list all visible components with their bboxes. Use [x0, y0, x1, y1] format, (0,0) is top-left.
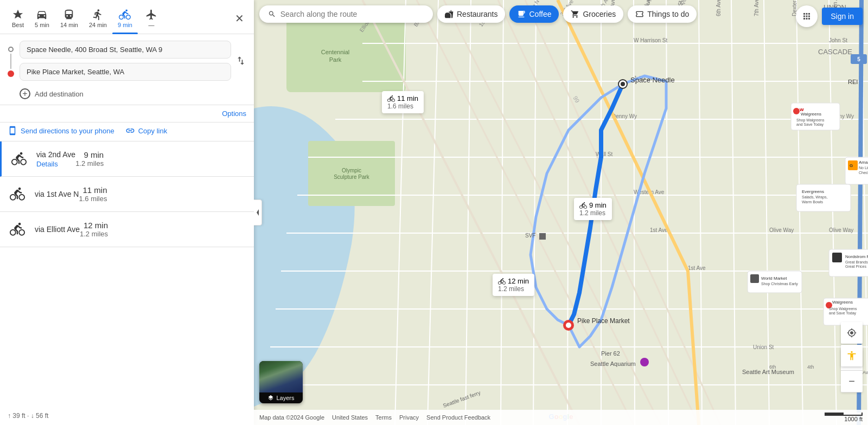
groceries-label: Groceries	[583, 10, 616, 18]
route-1-time: 9 min 1.2 miles	[75, 150, 104, 168]
svg-text:W Harrison St: W Harrison St	[634, 37, 667, 43]
scale-text: 1000 ft	[844, 416, 863, 422]
map-top-right-controls: Sign in	[796, 5, 863, 27]
map-terms-link[interactable]: Terms	[375, 414, 392, 421]
search-icon	[268, 10, 276, 18]
route-3-distance: 1.2 miles	[80, 230, 108, 238]
svg-text:Great Brands &: Great Brands &	[845, 260, 868, 264]
svg-text:Space Needle: Space Needle	[630, 76, 675, 84]
svg-text:Seattle Aquarium: Seattle Aquarium	[590, 360, 636, 367]
transport-mode-best-label: Best	[12, 22, 24, 28]
route-option-1[interactable]: via 2nd Ave Details 9 min 1.2 miles	[0, 141, 254, 177]
route-3-bike-icon	[8, 220, 27, 239]
svg-text:Evergreens: Evergreens	[802, 189, 824, 194]
layers-icon	[267, 395, 274, 401]
route-info-box-3[interactable]: 12 min 1.2 miles	[493, 274, 534, 296]
transport-mode-transit[interactable]: 14 min	[55, 5, 84, 31]
route-option-2[interactable]: via 1st Ave N 11 min 1.6 miles	[0, 177, 254, 212]
route-option-3[interactable]: via Elliott Ave 12 min 1.2 miles	[0, 212, 254, 247]
route-1-details-link[interactable]: Details	[36, 160, 75, 168]
sign-in-button[interactable]: Sign in	[822, 8, 863, 25]
collapse-panel-button[interactable]	[254, 199, 262, 226]
close-directions-button[interactable]: ✕	[232, 10, 247, 27]
my-location-button[interactable]	[841, 322, 863, 344]
svg-text:Pike Place Market: Pike Place Market	[577, 317, 630, 325]
layers-button[interactable]: Layers	[259, 361, 303, 403]
transport-mode-walk[interactable]: 24 min	[84, 5, 112, 31]
send-directions-button[interactable]: Send directions to your phone	[8, 126, 114, 136]
coffee-label: Coffee	[529, 10, 551, 18]
svg-point-67	[621, 82, 625, 86]
svg-text:Seattle Art Museum: Seattle Art Museum	[742, 369, 794, 375]
groceries-filter-button[interactable]: Groceries	[563, 5, 623, 23]
svg-text:Warm Bowls: Warm Bowls	[802, 200, 824, 204]
map-privacy-link[interactable]: Privacy	[399, 414, 419, 421]
add-destination-button[interactable]: + Add destination	[0, 85, 254, 105]
route-3-duration: 12 min	[80, 221, 108, 230]
svg-point-70	[566, 323, 571, 328]
route-1-name: via 2nd Ave	[36, 150, 75, 159]
zoom-out-button[interactable]: −	[841, 371, 863, 392]
route-search-input[interactable]	[280, 10, 424, 18]
svg-text:Walgreens: Walgreens	[832, 300, 853, 305]
transport-modes: Best 5 min 14 min 24 min 9 min — ✕	[0, 0, 254, 34]
svg-rect-4	[308, 141, 395, 206]
map-area[interactable]: Centennial Park Olympic Sculpture Park	[254, 0, 868, 425]
copy-link-button[interactable]: Copy link	[125, 126, 167, 136]
pegman-icon	[846, 350, 857, 361]
swap-directions-button[interactable]	[235, 55, 246, 66]
add-destination-icon: +	[20, 88, 30, 99]
route-3-info: via Elliott Ave	[35, 225, 80, 234]
transport-mode-best[interactable]: Best	[7, 5, 29, 31]
route-info-box-1-time: 9 min	[579, 201, 607, 209]
elevation-info: ↑ 39 ft · ↓ 56 ft	[8, 412, 48, 420]
restaurants-label: Restaurants	[457, 10, 497, 18]
transport-mode-bike[interactable]: 9 min	[112, 5, 138, 31]
map-footer: Map data ©2024 Google United States Term…	[254, 410, 868, 425]
svg-text:Union St: Union St	[753, 344, 774, 350]
coffee-filter-button[interactable]: Coffee	[509, 5, 559, 23]
svg-rect-93	[832, 253, 842, 262]
copy-link-label: Copy link	[138, 127, 167, 135]
map-feedback-link[interactable]: Send Product Feedback	[426, 414, 490, 421]
map-search-box[interactable]	[259, 5, 433, 23]
map-country-link[interactable]: United States	[332, 414, 368, 421]
left-panel: Best 5 min 14 min 24 min 9 min — ✕	[0, 0, 254, 425]
share-bar: Send directions to your phone Copy link	[0, 123, 254, 141]
route-info-box-2[interactable]: 11 min 1.6 miles	[382, 91, 424, 113]
bike-icon-small-3	[498, 278, 506, 285]
restaurants-filter-button[interactable]: Restaurants	[437, 5, 505, 23]
options-bar: Options	[0, 105, 254, 122]
layers-text: Layers	[276, 395, 294, 401]
panel-footer: ↑ 39 ft · ↓ 56 ft	[0, 407, 254, 425]
things-to-do-filter-button[interactable]: Things to do	[628, 5, 697, 23]
scale-bar-container: 1000 ft	[825, 413, 863, 422]
route-1-distance: 1.2 miles	[75, 159, 104, 168]
layers-label-bar: Layers	[259, 392, 303, 403]
svg-point-104	[640, 358, 649, 366]
transport-mode-car[interactable]: 5 min	[29, 5, 55, 31]
svg-text:SVF: SVF	[525, 233, 535, 239]
google-apps-button[interactable]	[796, 5, 818, 27]
transport-mode-car-label: 5 min	[35, 22, 49, 28]
svg-text:Salads, Wraps,: Salads, Wraps,	[802, 195, 827, 199]
destination-input[interactable]	[20, 63, 231, 81]
bike-icon-small	[579, 202, 587, 209]
svg-rect-89	[750, 274, 759, 283]
pegman-button[interactable]	[841, 345, 863, 366]
transport-mode-more[interactable]: —	[140, 5, 163, 31]
svg-text:John St: John St	[829, 37, 847, 43]
route-info-box-1-dist: 1.2 miles	[579, 209, 605, 217]
route-info-box-1[interactable]: 9 min 1.2 miles	[574, 198, 612, 220]
svg-text:and Save Today: and Save Today	[829, 311, 857, 315]
transport-mode-bike-label: 9 min	[118, 22, 132, 28]
ticket-icon	[635, 10, 644, 18]
svg-text:4th: 4th	[807, 364, 814, 370]
svg-text:5: 5	[857, 56, 860, 62]
route-3-name: via Elliott Ave	[35, 225, 80, 234]
transport-mode-walk-label: 24 min	[89, 22, 107, 28]
options-button[interactable]: Options	[222, 110, 246, 118]
destination-dot	[8, 70, 14, 77]
route-line	[10, 54, 11, 69]
origin-input[interactable]	[20, 41, 231, 59]
